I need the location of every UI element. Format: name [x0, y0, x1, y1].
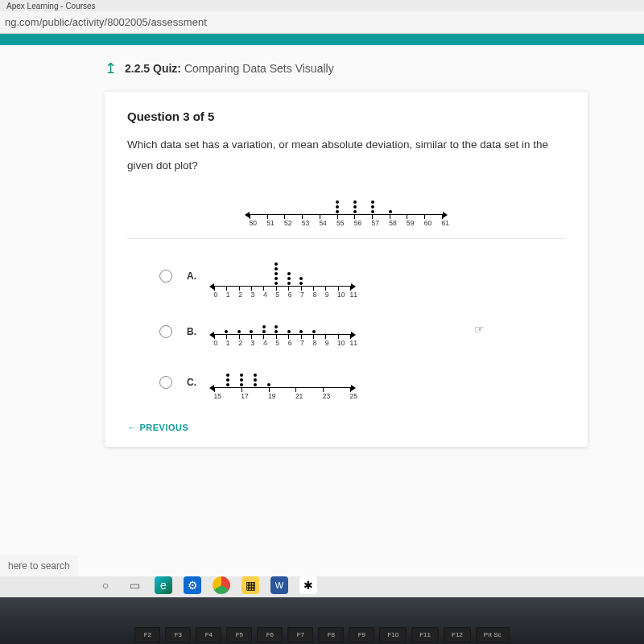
- quiz-code: 2.2.5: [125, 62, 150, 75]
- key-f3: F3: [165, 627, 191, 642]
- slack-icon[interactable]: ✱: [299, 576, 317, 594]
- question-card: Question 3 of 5 Which data set has a var…: [105, 92, 588, 447]
- key-f11: F11: [411, 627, 439, 642]
- key-f7: F7: [287, 627, 313, 642]
- option-b[interactable]: B. 01234567891011 ☞: [127, 316, 565, 347]
- key-prtsc: Prt Sc: [476, 627, 510, 642]
- key-f6: F6: [257, 627, 283, 642]
- key-f12: F12: [444, 627, 471, 642]
- chrome-icon[interactable]: [213, 576, 230, 594]
- page-content: ↥ 2.2.5 Quiz: Comparing Data Sets Visual…: [0, 45, 644, 576]
- option-a-label: A.: [187, 270, 200, 282]
- quiz-title: Comparing Data Sets Visually: [184, 62, 334, 75]
- laptop-keyboard: F2F3F4F5F6F7F8F9F10F11F12Prt Sc: [0, 597, 644, 644]
- windows-search[interactable]: here to search: [0, 555, 78, 576]
- url-text: ng.com/public/activity/8002005/assessmen…: [5, 16, 207, 28]
- option-b-plot: 01234567891011: [214, 316, 351, 347]
- radio-c[interactable]: [159, 376, 172, 389]
- given-dotplot: 505152535455565758596061: [127, 190, 565, 227]
- option-b-label: B.: [187, 326, 200, 337]
- taskview-icon[interactable]: ▭: [126, 576, 143, 594]
- tab-title: Apex Learning - Courses: [6, 2, 96, 10]
- quiz-label: Quiz:: [153, 62, 181, 75]
- option-a-plot: 01234567891011: [214, 254, 351, 299]
- radio-a[interactable]: [159, 270, 172, 283]
- app-accent-bar: [0, 34, 644, 45]
- pointer-cursor-icon: ☞: [474, 323, 485, 336]
- explorer-icon[interactable]: ▦: [242, 576, 259, 594]
- key-f9: F9: [349, 627, 374, 642]
- previous-button[interactable]: ← PREVIOUS: [127, 423, 188, 432]
- option-c-label: C.: [187, 377, 200, 388]
- divider: [127, 238, 565, 239]
- key-f5: F5: [226, 627, 252, 642]
- url-bar[interactable]: ng.com/public/activity/8002005/assessmen…: [0, 11, 644, 34]
- edge-icon[interactable]: e: [155, 576, 172, 594]
- previous-label: PREVIOUS: [140, 423, 189, 432]
- question-text: Which data set has a variation, or mean …: [127, 134, 565, 175]
- quiz-header: ↥ 2.2.5 Quiz: Comparing Data Sets Visual…: [105, 60, 644, 85]
- key-f10: F10: [379, 627, 407, 642]
- return-icon[interactable]: ↥: [105, 60, 117, 77]
- key-f4: F4: [196, 627, 221, 642]
- word-icon[interactable]: W: [270, 576, 288, 594]
- browser-tab[interactable]: Apex Learning - Courses: [0, 0, 644, 11]
- key-f2: F2: [134, 627, 160, 642]
- option-c-plot: 151719212325: [214, 365, 351, 400]
- radio-b[interactable]: [159, 325, 172, 338]
- taskbar: ○ ▭ e ⚙ ▦ W ✱: [97, 576, 317, 594]
- cortana-icon[interactable]: ○: [97, 576, 114, 594]
- search-placeholder: here to search: [8, 560, 70, 572]
- key-f8: F8: [318, 627, 344, 642]
- option-c[interactable]: C. 151719212325: [127, 365, 565, 400]
- arrow-left-icon: ←: [127, 423, 137, 432]
- settings-icon[interactable]: ⚙: [184, 576, 201, 594]
- question-number: Question 3 of 5: [127, 109, 565, 123]
- option-a[interactable]: A. 01234567891011: [127, 254, 565, 299]
